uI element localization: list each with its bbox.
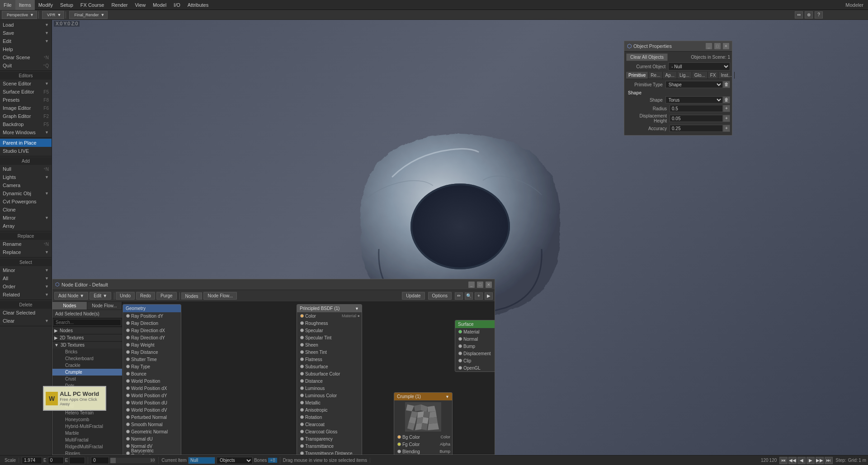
tab-ap[interactable]: Ap... [663, 72, 677, 79]
menu-attributes[interactable]: Attributes [184, 0, 212, 10]
nl-group-2d-header[interactable]: ▶2D Textures [52, 334, 122, 341]
menu-setup[interactable]: Setup [57, 0, 77, 10]
tab-lig[interactable]: Lig... [677, 72, 692, 79]
tab-re[interactable]: Re... [648, 72, 663, 79]
primitive-type-del[interactable]: 🗑 [723, 81, 730, 88]
sidebar-parent-in-place[interactable]: Parent in Place [0, 139, 52, 147]
displacement-input[interactable] [670, 115, 723, 122]
edit-btn[interactable]: Edit ▼ [90, 292, 111, 300]
node-canvas[interactable]: Geometry Ray Position dY Ray Direction R… [123, 302, 495, 455]
current-item-input[interactable] [188, 457, 215, 464]
sidebar-edit[interactable]: Edit▼ [0, 37, 52, 45]
sidebar-minor[interactable]: Minor▼ [0, 266, 52, 274]
toolbar-icon-3[interactable]: ? [815, 11, 823, 19]
node-icon-3[interactable]: + [475, 292, 483, 300]
add-selected-node-btn[interactable]: Add Selected Node(s) [52, 310, 122, 318]
tab-glo[interactable]: Glo... [692, 72, 708, 79]
scale-y-input[interactable] [48, 457, 64, 464]
sidebar-clear[interactable]: Clear▼ [0, 317, 52, 325]
node-search-input[interactable] [53, 319, 121, 326]
sidebar-surface-editor[interactable]: Surface EditorF5 [0, 88, 52, 96]
sidebar-related[interactable]: Related▼ [0, 291, 52, 299]
nodes-tab[interactable]: Nodes [181, 292, 203, 300]
tab-fx[interactable]: FX [708, 72, 719, 79]
sidebar-replace[interactable]: Replace▼ [0, 248, 52, 256]
nl-item-honeycomb[interactable]: Honeycomb [52, 416, 122, 423]
nl-group-nodes-header[interactable]: ▶Nodes [52, 327, 122, 334]
node-icon-2[interactable]: 🔍 [465, 292, 473, 300]
surface-node[interactable]: Surface ▼ Material Normal Bump Displacem… [455, 320, 495, 372]
sidebar-save[interactable]: Save▼ [0, 29, 52, 37]
objects-select[interactable]: Objects [217, 457, 253, 464]
frame-start-input[interactable] [91, 457, 109, 464]
nl-item-crust[interactable]: Crust [52, 376, 122, 382]
sidebar-mirror[interactable]: Mirror▼ [0, 214, 52, 222]
minimize-button[interactable]: _ [706, 43, 712, 49]
close-button[interactable]: ✕ [723, 43, 729, 49]
tab-inst[interactable]: Inst... [718, 72, 734, 79]
crumple-node[interactable]: Crumple (1) ▼ [394, 392, 453, 455]
nl-tab-flow[interactable]: Node Flow... [87, 302, 122, 310]
timeline-mini[interactable]: 10 [110, 458, 156, 463]
sidebar-scene-editor[interactable]: Scene Editor▼ [0, 80, 52, 88]
node-editor-minimize[interactable]: _ [468, 282, 475, 288]
scale-x-input[interactable] [22, 457, 42, 464]
menu-modify[interactable]: Modify [35, 0, 57, 10]
sidebar-image-editor[interactable]: Image EditorF6 [0, 104, 52, 112]
nl-item-bricks[interactable]: Bricks [52, 348, 122, 355]
node-flow-tab[interactable]: Node Flow... [203, 292, 237, 300]
play-next-fast-btn[interactable]: ▶▶ [816, 457, 824, 464]
nl-item-marble[interactable]: Marble [52, 430, 122, 437]
options-btn[interactable]: Options [428, 292, 452, 300]
radius-input[interactable] [670, 105, 723, 112]
nl-item-ridged-multi[interactable]: RidgedMultiFractal [52, 443, 122, 450]
sidebar-backdrop[interactable]: BackdropF5 [0, 120, 52, 128]
update-btn[interactable]: Update [402, 292, 425, 300]
tab-primitive[interactable]: Primitive [626, 72, 648, 79]
sidebar-studio-live[interactable]: Studio LIVE [0, 147, 52, 155]
sidebar-presets[interactable]: PresetsF8 [0, 96, 52, 104]
node-icon-4[interactable]: ▶ [485, 292, 493, 300]
sidebar-load[interactable]: Load▼ [0, 21, 52, 29]
clear-all-objects-btn[interactable]: Clear All Objects [626, 53, 668, 61]
nl-item-checkerboard[interactable]: Checkerboard [52, 355, 122, 362]
purge-btn[interactable]: Purge [156, 292, 177, 300]
sidebar-more-windows[interactable]: More Windows▼ [0, 128, 52, 136]
shape-select[interactable]: Torus [665, 96, 723, 103]
principled-bsdf-node[interactable]: Principled BSDF (1) ▼ ColorMaterial ● Ro… [297, 304, 362, 455]
menu-fx[interactable]: FX Course [77, 0, 108, 10]
play-prev-btn[interactable]: ◀ [797, 457, 806, 464]
nl-group-3d-header[interactable]: ▼3D Textures [52, 342, 122, 348]
sidebar-all[interactable]: All▼ [0, 274, 52, 282]
sidebar-camera[interactable]: Camera [0, 181, 52, 189]
play-first-btn[interactable]: ⏮ [779, 457, 788, 464]
radius-inc[interactable]: + [723, 105, 730, 112]
displacement-inc[interactable]: + [723, 115, 730, 122]
menu-view[interactable]: View [131, 0, 149, 10]
menu-render[interactable]: Render [108, 0, 131, 10]
sidebar-array[interactable]: Array [0, 222, 52, 230]
restore-button[interactable]: □ [714, 43, 721, 49]
add-node-btn[interactable]: Add Node ▼ [54, 292, 88, 300]
final-render-dropdown[interactable]: Final_Render▼ [69, 11, 108, 19]
node-editor-restore[interactable]: □ [477, 282, 483, 288]
nl-item-hybrid-multi[interactable]: Hybrid-MultiFractal [52, 423, 122, 430]
sidebar-cvt-powergons[interactable]: Cvt Powergons [0, 197, 52, 206]
nl-item-ripples[interactable]: Ripples [52, 450, 122, 455]
toolbar-icon-1[interactable]: ⇔ [795, 11, 803, 19]
nl-item-crackle[interactable]: Crackle [52, 362, 122, 369]
menu-items[interactable]: Items [15, 0, 35, 10]
scale-z-input[interactable] [69, 457, 85, 464]
sidebar-graph-editor[interactable]: Graph EditorF2 [0, 112, 52, 120]
node-editor-close[interactable]: ✕ [486, 282, 492, 288]
undo-btn[interactable]: Undo [116, 292, 135, 300]
menu-file[interactable]: File [0, 0, 15, 10]
accuracy-input[interactable] [670, 125, 723, 132]
sidebar-lights[interactable]: Lights▼ [0, 173, 52, 181]
accuracy-inc[interactable]: + [723, 125, 730, 132]
sidebar-null[interactable]: Null⁺N [0, 165, 52, 173]
sidebar-help[interactable]: Help [0, 45, 52, 53]
nl-item-crumple[interactable]: Crumple [52, 369, 122, 376]
geometry-node[interactable]: Geometry Ray Position dY Ray Direction R… [123, 304, 181, 455]
redo-btn[interactable]: Redo [136, 292, 155, 300]
